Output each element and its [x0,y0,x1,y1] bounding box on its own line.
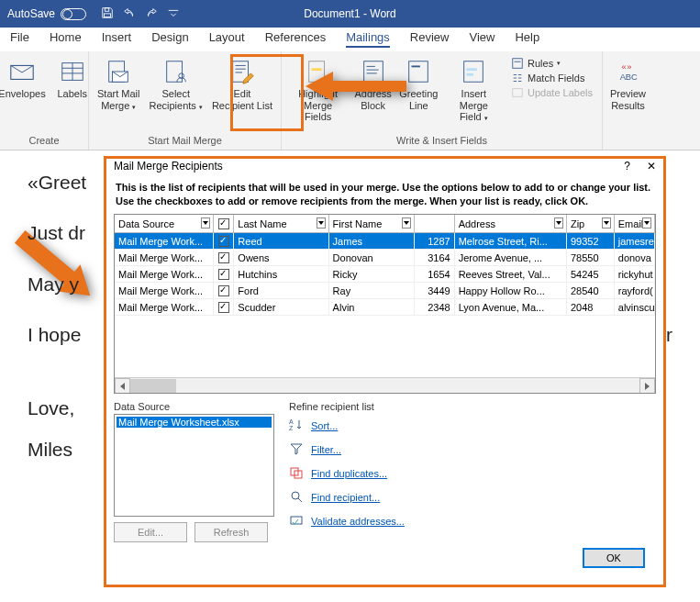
table-row[interactable]: Mail Merge Work...ReedJames1287Melrose S… [115,233,655,250]
grid-cell: jamesre [615,233,655,249]
select-all-checkbox[interactable] [218,218,229,229]
edit-button[interactable]: Edit... [114,522,187,542]
table-row[interactable]: Mail Merge Work...OwensDonovan3164Jerome… [115,250,655,266]
recipients-grid[interactable]: Data SourceLast NameFirst NameAddressZip… [114,214,656,394]
refresh-button[interactable]: Refresh [194,522,268,542]
scroll-left-icon[interactable] [115,378,130,394]
grid-cell: rayford( [615,283,655,298]
filter-icon [289,441,304,458]
data-source-item[interactable]: Mail Merge Worksheet.xlsx [117,417,272,428]
grid-header-cell[interactable] [415,215,454,232]
title-bar: AutoSave Document1 - Word [0,0,700,28]
find-duplicates-link[interactable]: Find duplicates... [289,465,656,482]
chevron-down-icon[interactable] [317,217,326,229]
grid-cell: Jerome Avenue, ... [455,250,567,265]
row-checkbox[interactable] [218,285,229,296]
autosave-label: AutoSave [7,7,55,20]
tab-review[interactable]: Review [400,27,460,51]
svg-rect-28 [513,89,523,97]
preview-results-button[interactable]: «»ABC PreviewResults [607,55,649,113]
match-fields-button[interactable]: Match Fields [511,72,593,84]
svg-rect-0 [105,7,108,11]
table-row[interactable]: Mail Merge Work...FordRay3449Happy Hollo… [115,283,655,299]
help-button[interactable]: ? [624,160,630,173]
horizontal-scrollbar[interactable] [115,377,655,393]
svg-text:ABC: ABC [619,72,637,82]
tab-help[interactable]: Help [505,27,550,51]
labels-button[interactable]: Labels [52,55,93,102]
close-button[interactable]: ✕ [647,160,656,173]
insert-merge-field-button[interactable]: Insert MergeField ▾ [444,55,504,125]
scroll-thumb[interactable] [130,379,176,393]
row-checkbox[interactable] [218,269,229,280]
grid-cell: 2048 [567,299,615,315]
toggle-off-icon[interactable] [61,8,86,20]
table-row[interactable]: Mail Merge Work...HutchinsRicky1654Reeve… [115,266,655,283]
rules-button[interactable]: Rules ▾ [511,57,593,70]
tab-layout[interactable]: Layout [199,27,255,51]
grid-header-cell[interactable]: Last Name [234,215,328,232]
undo-icon[interactable] [123,6,136,22]
ok-button[interactable]: OK [583,548,645,568]
redo-icon[interactable] [145,6,158,22]
grid-header-cell[interactable] [214,215,234,232]
grid-header-cell[interactable]: Email [615,215,655,232]
grid-cell: 3449 [415,283,454,298]
save-icon[interactable] [101,6,114,22]
grid-header-cell[interactable]: Data Source [115,215,214,232]
chevron-down-icon[interactable] [554,217,563,229]
data-source-listbox[interactable]: Mail Merge Worksheet.xlsx [114,414,274,517]
grid-cell: Donovan [329,250,416,265]
row-checkbox[interactable] [218,236,229,247]
tab-mailings[interactable]: Mailings [336,27,400,51]
envelopes-button[interactable]: Envelopes [0,55,49,102]
tab-view[interactable]: View [459,27,505,51]
grid-cell: James [329,233,416,249]
edit-recipient-list-button[interactable]: EditRecipient List [209,55,275,113]
address-block-button[interactable]: AddressBlock [352,55,394,113]
grid-cell [214,283,234,298]
dialog-titlebar: Mail Merge Recipients ? ✕ [106,159,663,173]
grid-cell: Lyon Avenue, Ma... [455,299,567,315]
grid-cell: Happy Hollow Ro... [455,283,567,298]
grid-cell: 99352 [567,233,615,249]
qat-customize-icon[interactable] [167,6,180,22]
grid-cell: Ricky [329,266,416,282]
highlight-merge-fields-button[interactable]: HighlightMerge Fields [287,55,349,125]
grid-cell: 2348 [415,299,454,315]
grid-header-cell[interactable]: Zip [567,215,615,232]
row-checkbox[interactable] [218,252,229,263]
chevron-down-icon[interactable] [201,217,210,229]
sort-link[interactable]: AZ Sort... [289,418,656,434]
chevron-down-icon[interactable] [642,217,651,229]
grid-header-cell[interactable]: Address [455,215,567,232]
document-title: Document1 - Word [304,7,395,20]
autosave-toggle[interactable]: AutoSave [0,7,94,20]
grid-cell [214,233,234,249]
grid-cell: 1654 [415,266,454,282]
chevron-down-icon[interactable] [402,217,411,229]
validate-addresses-link[interactable]: Validate addresses... [289,513,656,530]
chevron-down-icon[interactable] [602,217,611,229]
highlight-icon [304,57,333,86]
tab-file[interactable]: File [0,27,39,51]
start-mail-merge-button[interactable]: Start MailMerge ▾ [94,55,142,113]
select-recipients-button[interactable]: SelectRecipients ▾ [147,55,206,113]
scroll-right-icon[interactable] [639,378,655,394]
svg-text:«: « [621,62,626,72]
filter-link[interactable]: Filter... [289,441,656,458]
tab-design[interactable]: Design [141,27,198,51]
table-row[interactable]: Mail Merge Work...ScudderAlvin2348Lyon A… [115,299,655,316]
tab-home[interactable]: Home [39,27,92,51]
tab-insert[interactable]: Insert [92,27,142,51]
grid-cell: rickyhut [615,266,655,282]
tab-references[interactable]: References [255,27,336,51]
row-checkbox[interactable] [218,302,229,313]
grid-header-cell[interactable]: First Name [329,215,416,232]
envelope-icon [7,57,37,86]
svg-rect-25 [467,73,474,76]
dialog-instructions: This is the list of recipients that will… [114,179,656,214]
find-recipient-link[interactable]: Find recipient... [289,489,656,506]
grid-cell [214,299,234,315]
greeting-line-button[interactable]: GreetingLine [397,55,440,113]
